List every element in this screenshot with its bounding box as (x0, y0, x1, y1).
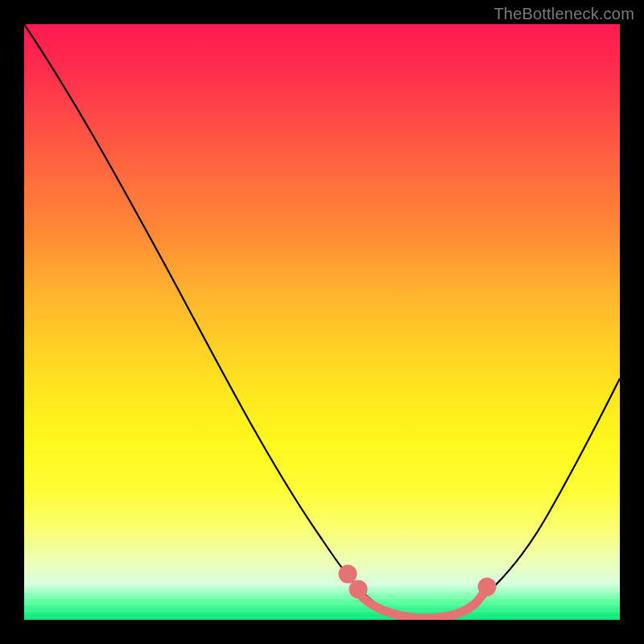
bottleneck-curve (24, 24, 620, 618)
chart-frame: TheBottleneck.com (0, 0, 644, 644)
svg-point-2 (482, 582, 492, 592)
plot-area (24, 24, 620, 620)
svg-point-1 (353, 584, 363, 594)
curve-layer (24, 24, 620, 620)
watermark-text: TheBottleneck.com (493, 5, 634, 23)
svg-point-0 (343, 569, 353, 579)
optimal-range-highlight (343, 569, 492, 618)
